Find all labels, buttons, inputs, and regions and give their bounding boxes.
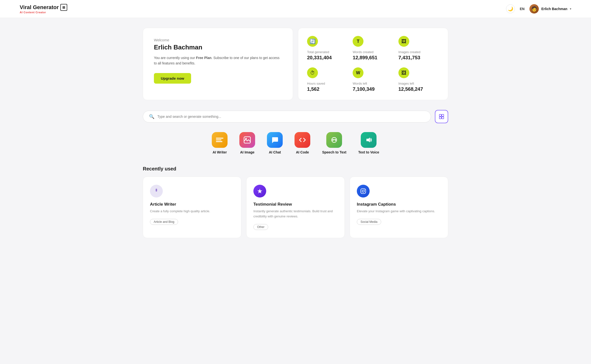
welcome-name: Erlich Bachman: [154, 44, 282, 51]
speech-to-text-icon: [326, 132, 342, 148]
article-writer-card-icon: [150, 185, 163, 197]
recently-used-title: Recently used: [143, 166, 448, 172]
user-menu[interactable]: 🧑 Erlich Bachman ▾: [529, 4, 571, 14]
stat-label-4: Words left: [353, 82, 393, 85]
instagram-desc: Elevate your Instagram game with captiva…: [357, 209, 441, 214]
testimonial-title: Testimonial Review: [253, 202, 338, 207]
search-section: 🔍: [143, 110, 448, 123]
stat-label-3: Hours saved: [307, 82, 348, 85]
testimonial-card[interactable]: Testimonial Review Instantly generate au…: [246, 177, 345, 238]
svg-point-8: [245, 138, 247, 139]
grid-icon: [439, 114, 444, 120]
instagram-tag: Social Media: [357, 219, 381, 225]
stat-images-created: 🖼 Images created 7,431,753: [398, 36, 439, 61]
stat-total-generated: 🔄 Total generated 20,331,404: [307, 36, 348, 61]
tool-ai-image[interactable]: AI Image: [239, 132, 255, 154]
stat-words-left: W Words left 7,100,349: [353, 67, 393, 92]
recently-used-section: Recently used Article Writer Create a fu…: [143, 166, 448, 238]
svg-rect-3: [442, 117, 444, 119]
user-name: Erlich Bachman: [541, 7, 567, 11]
words-icon: T: [353, 36, 363, 47]
chevron-down-icon: ▾: [570, 7, 571, 11]
svg-rect-5: [216, 139, 221, 140]
svg-point-15: [364, 189, 365, 190]
svg-rect-0: [439, 114, 441, 116]
logo-text: Viral Generator: [20, 4, 59, 11]
instagram-title: Instagram Captions: [357, 202, 441, 207]
welcome-card: Welcome Erlich Bachman You are currently…: [143, 28, 293, 100]
ai-writer-label: AI Writer: [213, 150, 227, 154]
article-writer-title: Article Writer: [150, 202, 234, 207]
search-bar[interactable]: 🔍: [143, 111, 431, 122]
svg-rect-6: [216, 141, 222, 142]
stat-images-left: 🖼 Images left 12,568,247: [398, 67, 439, 92]
search-icon: 🔍: [149, 114, 154, 119]
svg-point-14: [362, 190, 364, 192]
welcome-desc: You are currently using our Free Plan. S…: [154, 55, 282, 66]
svg-rect-1: [442, 114, 444, 116]
logo-subtitle: AI Content Creator: [20, 11, 67, 14]
testimonial-card-icon: [253, 185, 266, 197]
logo: Viral Generator ⊞ AI Content Creator: [20, 4, 67, 14]
ai-chat-label: AI Chat: [269, 150, 281, 154]
speech-to-text-label: Speech to Text: [322, 150, 346, 154]
cards-grid: Article Writer Create a fully complete h…: [143, 177, 448, 238]
logo-icon: ⊞: [60, 4, 67, 11]
ai-writer-icon: [212, 132, 228, 148]
stat-value-5: 12,568,247: [398, 86, 439, 92]
article-writer-tag: Article and Blog: [150, 219, 178, 225]
article-writer-desc: Create a fully complete high quality art…: [150, 209, 234, 214]
search-input[interactable]: [157, 115, 425, 119]
instagram-card[interactable]: Instagram Captions Elevate your Instagra…: [350, 177, 448, 238]
stat-value-4: 7,100,349: [353, 86, 393, 92]
svg-marker-12: [366, 137, 370, 142]
images-icon: 🖼: [398, 36, 409, 47]
logo-title: Viral Generator ⊞: [20, 4, 67, 11]
avatar: 🧑: [529, 4, 539, 14]
ai-code-label: AI Code: [296, 150, 309, 154]
upgrade-button[interactable]: Upgrade now: [154, 73, 191, 84]
stat-value-2: 7,431,753: [398, 55, 439, 61]
hours-icon: ⏱: [307, 67, 318, 78]
ai-image-icon: [239, 132, 255, 148]
header: Viral Generator ⊞ AI Content Creator 🌙 E…: [0, 0, 591, 18]
stat-hours-saved: ⏱ Hours saved 1,562: [307, 67, 348, 92]
welcome-label: Welcome: [154, 38, 282, 42]
dark-mode-button[interactable]: 🌙: [506, 4, 515, 13]
ai-chat-icon: [267, 132, 283, 148]
grid-view-button[interactable]: [435, 110, 448, 123]
images-left-icon: 🖼: [398, 67, 409, 78]
words-left-icon: W: [353, 67, 363, 78]
stat-label-0: Total generated: [307, 50, 348, 54]
ai-code-icon: [295, 132, 310, 148]
testimonial-tag: Other: [253, 224, 268, 230]
tool-ai-code[interactable]: AI Code: [295, 132, 310, 154]
language-selector[interactable]: EN: [520, 7, 525, 11]
tools-row: AI Writer AI Image AI Chat: [143, 132, 448, 154]
top-section: Welcome Erlich Bachman You are currently…: [143, 28, 448, 100]
tool-ai-chat[interactable]: AI Chat: [267, 132, 283, 154]
text-to-voice-icon: [361, 132, 377, 148]
article-writer-card[interactable]: Article Writer Create a fully complete h…: [143, 177, 241, 238]
main-content: Welcome Erlich Bachman You are currently…: [123, 18, 468, 248]
tool-text-to-voice[interactable]: Text to Voice: [358, 132, 379, 154]
svg-rect-4: [216, 138, 223, 139]
stat-label-1: Words created: [353, 50, 393, 54]
refresh-icon: 🔄: [307, 36, 318, 47]
stat-value-0: 20,331,404: [307, 55, 348, 61]
instagram-card-icon: [357, 185, 370, 197]
testimonial-desc: Instantly generate authentic testimonial…: [253, 209, 338, 219]
desc-plain: You are currently using our: [154, 56, 196, 60]
ai-image-label: AI Image: [240, 150, 254, 154]
desc-bold: Free Plan: [196, 56, 212, 60]
text-to-voice-label: Text to Voice: [358, 150, 379, 154]
stat-words-created: T Words created 12,899,651: [353, 36, 393, 61]
tool-speech-to-text[interactable]: Speech to Text: [322, 132, 346, 154]
stat-value-1: 12,899,651: [353, 55, 393, 61]
svg-rect-13: [361, 189, 366, 194]
stats-card: 🔄 Total generated 20,331,404 T Words cre…: [298, 28, 448, 100]
stat-label-2: Images created: [398, 50, 439, 54]
svg-rect-2: [439, 117, 441, 119]
stat-value-3: 1,562: [307, 86, 348, 92]
tool-ai-writer[interactable]: AI Writer: [212, 132, 228, 154]
